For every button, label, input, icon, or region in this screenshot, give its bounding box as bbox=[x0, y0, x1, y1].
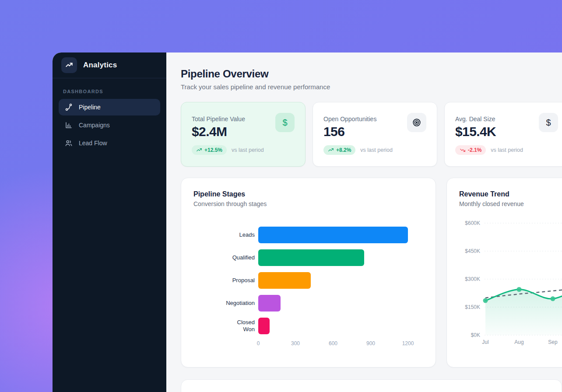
kpi-label: Avg. Deal Size bbox=[455, 113, 496, 122]
compare-label: vs last period bbox=[491, 147, 523, 153]
x-axis-tick: 900 bbox=[366, 340, 375, 346]
kpi-card-avg-deal-size: Avg. Deal Size $15.4K $ -2.1% vs last pe… bbox=[444, 102, 562, 167]
y-axis-tick: $300K bbox=[465, 276, 480, 282]
bar-closed-won bbox=[258, 318, 270, 334]
route-icon bbox=[65, 103, 73, 111]
pipeline-stages-title: Pipeline Stages bbox=[193, 190, 423, 198]
x-axis-tick: 0 bbox=[257, 340, 260, 346]
bar-chart-icon bbox=[65, 121, 73, 129]
sidebar-item-campaigns[interactable]: Campaigns bbox=[59, 117, 160, 133]
bar-category-label: Closed Won bbox=[193, 319, 258, 333]
data-point bbox=[483, 298, 488, 303]
y-axis-tick: $600K bbox=[465, 220, 480, 226]
x-axis-tick: 300 bbox=[291, 340, 300, 346]
data-point bbox=[517, 287, 522, 292]
x-axis-tick: 600 bbox=[329, 340, 337, 346]
bar-category-label: Qualified bbox=[193, 254, 258, 261]
bar-category-label: Proposal bbox=[193, 277, 258, 284]
bar-category-label: Leads bbox=[193, 231, 258, 238]
pipeline-stages-chart: Leads Qualified Proposal Negotiation Clo… bbox=[193, 227, 423, 334]
main-content: Pipeline Overview Track your sales pipel… bbox=[166, 52, 562, 392]
kpi-label: Total Pipeline Value bbox=[192, 113, 245, 122]
sidebar-item-label: Pipeline bbox=[79, 104, 101, 111]
kpi-top: Total Pipeline Value $2.4M $ bbox=[192, 113, 295, 139]
delta-value: +8.2% bbox=[336, 147, 351, 153]
trending-down-icon bbox=[460, 147, 466, 153]
bar-category-label: Negotiation bbox=[193, 300, 258, 307]
bar-row-closed-won: Closed Won bbox=[193, 318, 423, 334]
sidebar-nav: PipelineCampaignsLead Flow bbox=[53, 98, 166, 153]
target-icon bbox=[407, 113, 426, 132]
revenue-trend-chart: $600K$450K$300K$150K$0K JulAugSep bbox=[459, 214, 562, 347]
bar-row-negotiation: Negotiation bbox=[193, 295, 423, 312]
page-title: Pipeline Overview bbox=[181, 68, 562, 80]
bar-row-qualified: Qualified bbox=[193, 249, 423, 266]
kpi-value: 156 bbox=[323, 124, 376, 139]
revenue-trend-subtitle: Monthly closed revenue bbox=[459, 200, 562, 207]
sidebar-section-label: DASHBOARDS bbox=[53, 78, 166, 98]
x-axis-tick: Jul bbox=[482, 339, 488, 345]
delta-value: -2.1% bbox=[468, 147, 481, 153]
kpi-top: Open Opportunities 156 bbox=[323, 113, 426, 139]
revenue-trend-title: Revenue Trend bbox=[459, 190, 562, 198]
x-axis-tick: Aug bbox=[514, 339, 523, 345]
compare-label: vs last period bbox=[360, 147, 393, 153]
sidebar-item-label: Lead Flow bbox=[79, 140, 107, 147]
kpi-card-open-opportunities: Open Opportunities 156 +8.2% vs last per… bbox=[313, 102, 437, 167]
sidebar-header: Analytics bbox=[53, 52, 166, 78]
users-icon bbox=[65, 139, 73, 147]
y-axis-tick: $0K bbox=[471, 332, 480, 338]
data-point bbox=[551, 296, 555, 301]
y-axis-tick: $150K bbox=[465, 304, 480, 310]
x-axis-tick: 1200 bbox=[402, 340, 414, 346]
bar-row-leads: Leads bbox=[193, 227, 423, 243]
app-title: Analytics bbox=[83, 61, 117, 70]
trending-up-icon bbox=[328, 147, 334, 153]
charts-row: Pipeline Stages Conversion through stage… bbox=[181, 178, 562, 368]
sidebar-item-label: Campaigns bbox=[79, 122, 110, 129]
pipeline-stages-card: Pipeline Stages Conversion through stage… bbox=[181, 178, 436, 368]
kpi-card-total-pipeline-value: Total Pipeline Value $2.4M $ +12.5% vs l… bbox=[181, 102, 306, 167]
sidebar-item-pipeline[interactable]: Pipeline bbox=[59, 99, 160, 116]
pipeline-stages-x-axis: 03006009001200 bbox=[258, 340, 416, 347]
bar-qualified bbox=[258, 249, 364, 266]
bottom-card-partial bbox=[181, 379, 562, 392]
delta-badge: -2.1% bbox=[455, 145, 486, 155]
bar-row-proposal: Proposal bbox=[193, 272, 423, 289]
dollar-icon: $ bbox=[275, 113, 295, 132]
page-subtitle: Track your sales pipeline and revenue pe… bbox=[181, 83, 562, 91]
revenue-trend-card: Revenue Trend Monthly closed revenue $60… bbox=[446, 178, 562, 368]
bar-negotiation bbox=[258, 295, 281, 312]
compare-label: vs last period bbox=[232, 147, 264, 153]
bar-proposal bbox=[258, 272, 311, 289]
kpi-top: Avg. Deal Size $15.4K $ bbox=[455, 113, 558, 139]
pipeline-stages-subtitle: Conversion through stages bbox=[193, 200, 423, 207]
dollar-icon: $ bbox=[539, 113, 558, 132]
kpi-row: Total Pipeline Value $2.4M $ +12.5% vs l… bbox=[181, 102, 562, 167]
sidebar: Analytics DASHBOARDS PipelineCampaignsLe… bbox=[53, 52, 166, 392]
y-axis-tick: $450K bbox=[465, 248, 480, 254]
kpi-foot: +8.2% vs last period bbox=[323, 145, 426, 155]
revenue-trend-svg: $600K$450K$300K$150K$0K JulAugSep bbox=[459, 214, 562, 346]
app-window: Analytics DASHBOARDS PipelineCampaignsLe… bbox=[53, 52, 562, 392]
delta-badge: +12.5% bbox=[192, 145, 227, 155]
sidebar-item-lead-flow[interactable]: Lead Flow bbox=[59, 135, 160, 151]
kpi-value: $2.4M bbox=[192, 124, 245, 139]
kpi-label: Open Opportunities bbox=[323, 113, 376, 122]
bar-leads bbox=[258, 227, 408, 243]
delta-badge: +8.2% bbox=[323, 145, 355, 155]
kpi-value: $15.4K bbox=[455, 124, 496, 139]
x-axis-tick: Sep bbox=[548, 339, 558, 345]
trending-up-icon bbox=[196, 147, 202, 153]
kpi-foot: +12.5% vs last period bbox=[192, 145, 295, 155]
analytics-logo-icon bbox=[61, 57, 77, 73]
delta-value: +12.5% bbox=[204, 147, 222, 153]
kpi-foot: -2.1% vs last period bbox=[455, 145, 558, 155]
